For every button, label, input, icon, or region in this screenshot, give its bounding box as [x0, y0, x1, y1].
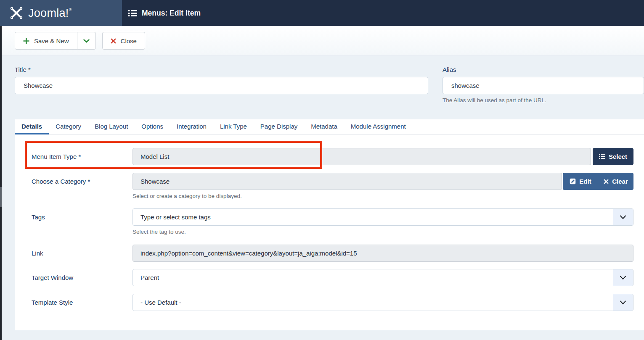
page-title-bar: Menus: Edit Item — [122, 0, 644, 26]
target-window-select[interactable]: Parent — [133, 269, 633, 286]
chevron-down-icon — [620, 215, 626, 219]
alias-field-label: Alias — [443, 66, 644, 73]
template-style-label: Template Style — [32, 294, 133, 311]
tags-placeholder: Type or select some tags — [140, 213, 211, 221]
tags-label: Tags — [32, 208, 133, 226]
target-window-dropdown-toggle[interactable] — [613, 269, 633, 286]
page-title: Menus: Edit Item — [142, 9, 201, 18]
edit-item-card: Details Category Blog Layout Options Int… — [15, 119, 644, 330]
tab-integration[interactable]: Integration — [170, 119, 213, 134]
tags-help-text: Select the tag to use. — [133, 229, 633, 235]
tags-row: Tags Type or select some tags Select the… — [32, 208, 633, 235]
tab-metadata[interactable]: Metadata — [304, 119, 344, 134]
template-style-row: Template Style - Use Default - — [32, 294, 633, 311]
menu-item-type-label: Menu Item Type * — [32, 148, 133, 165]
save-new-label: Save & New — [34, 37, 69, 45]
category-help-text: Select or create a category to be displa… — [133, 193, 633, 199]
tab-options[interactable]: Options — [135, 119, 170, 134]
select-button[interactable]: Select — [593, 148, 633, 165]
chevron-down-icon — [620, 300, 626, 305]
tab-module-assignment[interactable]: Module Assignment — [344, 119, 413, 134]
chevron-down-icon — [83, 39, 90, 43]
template-style-dropdown-toggle[interactable] — [613, 294, 633, 311]
tab-link-type[interactable]: Link Type — [213, 119, 254, 134]
save-new-button[interactable]: Save & New — [15, 32, 77, 50]
target-window-value: Parent — [140, 274, 159, 281]
alias-input[interactable]: showcase — [443, 77, 644, 94]
details-form: Menu Item Type * Model List Select — [15, 134, 644, 330]
select-button-label: Select — [609, 153, 627, 160]
list-icon — [599, 154, 605, 159]
toolbar: Save & New Close — [0, 26, 644, 56]
target-window-label: Target Window — [32, 269, 133, 286]
menu-item-type-input[interactable]: Model List — [133, 148, 591, 165]
alias-help-text: The Alias will be used as part of the UR… — [443, 97, 644, 103]
close-icon — [111, 38, 116, 44]
edit-button-label: Edit — [579, 178, 591, 185]
brand-area: Joomla!® — [0, 0, 122, 26]
menu-item-type-row: Menu Item Type * Model List Select — [32, 148, 633, 165]
category-input[interactable]: Showcase — [133, 173, 562, 190]
plus-icon — [23, 38, 29, 44]
tab-details[interactable]: Details — [15, 119, 49, 134]
left-scrollbar[interactable] — [0, 26, 2, 340]
pencil-square-icon — [570, 178, 576, 184]
brand-wordmark: Joomla!® — [28, 7, 72, 20]
template-style-value: - Use Default - — [140, 299, 181, 306]
title-field-group: Title * Showcase — [15, 66, 428, 103]
tab-category[interactable]: Category — [49, 119, 88, 134]
title-input[interactable]: Showcase — [15, 77, 428, 94]
tab-blog-layout[interactable]: Blog Layout — [88, 119, 135, 134]
close-label: Close — [121, 37, 137, 45]
x-icon — [604, 179, 609, 184]
link-input[interactable]: index.php?option=com_content&view=catego… — [133, 245, 633, 262]
edit-form-header: Title * Showcase Alias showcase The Alia… — [0, 56, 644, 103]
chevron-down-icon — [620, 276, 626, 280]
category-label: Choose a Category * — [32, 173, 133, 190]
template-style-select[interactable]: - Use Default - — [133, 294, 633, 311]
list-icon — [128, 10, 137, 17]
joomla-logo-icon — [9, 6, 24, 20]
link-label: Link — [32, 245, 133, 262]
tabs-bar: Details Category Blog Layout Options Int… — [15, 119, 644, 134]
clear-button-label: Clear — [612, 178, 628, 185]
category-buttons: Edit Clear — [563, 173, 633, 190]
close-button[interactable]: Close — [102, 32, 145, 50]
tab-page-display[interactable]: Page Display — [254, 119, 304, 134]
tags-dropdown-toggle[interactable] — [613, 209, 633, 225]
registered-mark: ® — [69, 8, 72, 12]
save-new-button-group: Save & New — [15, 32, 96, 50]
left-scrollbar-thumb[interactable] — [0, 187, 2, 207]
target-window-row: Target Window Parent — [32, 269, 633, 286]
save-dropdown-toggle[interactable] — [77, 32, 96, 50]
edit-button[interactable]: Edit — [563, 173, 598, 190]
link-row: Link index.php?option=com_content&view=c… — [32, 245, 633, 262]
tags-input[interactable]: Type or select some tags — [133, 208, 633, 226]
title-field-label: Title * — [15, 66, 428, 73]
category-row: Choose a Category * Showcase Edit — [32, 173, 633, 199]
clear-button[interactable]: Clear — [598, 173, 633, 190]
app-header: Joomla!® Menus: Edit Item — [0, 0, 644, 26]
alias-field-group: Alias showcase The Alias will be used as… — [443, 66, 644, 103]
